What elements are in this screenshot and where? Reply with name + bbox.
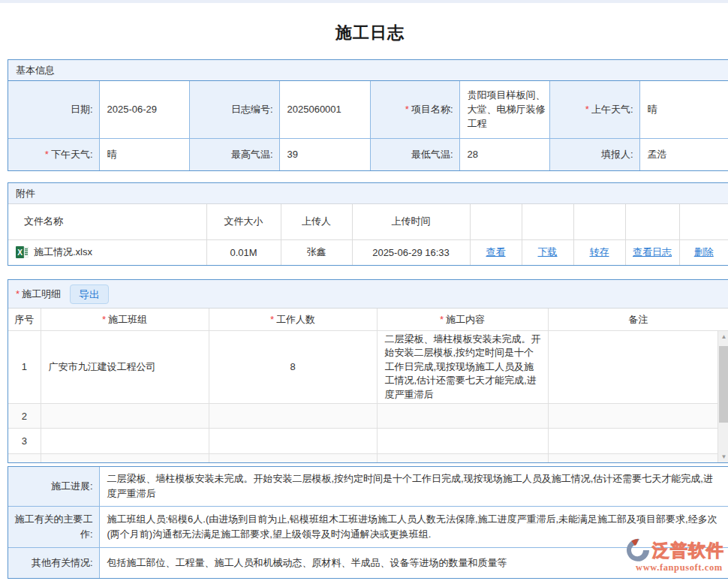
attachments-section-title: 附件 <box>8 183 728 204</box>
construction-detail-section-title: 施工明细 <box>22 284 61 305</box>
action-col-header <box>625 204 679 239</box>
row-content: 二层梁板、墙柱模板安装未完成。开始安装二层模板,按约定时间是十个工作日完成,现按… <box>377 331 548 404</box>
row-team: 广安市九江建设工程公司 <box>41 331 209 404</box>
seq-header: 序号 <box>8 309 41 330</box>
row-seq: 4 <box>8 454 41 462</box>
attachments-section: 附件 文件名称 文件大小 上传人 上传时间 <box>8 182 728 266</box>
basic-info-section-title: 基本信息 <box>8 60 728 81</box>
required-asterisk: * <box>585 104 589 115</box>
min-temp-value[interactable]: 28 <box>459 138 549 170</box>
upload-time: 2025-06-29 16:33 <box>352 239 470 265</box>
detail-table-header: 序号 *施工班组 *工作人数 *施工内容 备注 <box>8 309 728 331</box>
main-work-label: 施工有关的主要工作: <box>8 507 99 548</box>
required-asterisk: * <box>270 314 274 325</box>
summary-table: 施工进展: 二层梁板、墙柱模板安装未完成。开始安装二层模板,按约定时间是十个工作… <box>8 467 728 578</box>
date-value[interactable]: 2025-06-29 <box>99 81 189 138</box>
fanpu-logo-icon <box>625 537 651 563</box>
download-link[interactable]: 下载 <box>538 246 558 257</box>
row-seq: 3 <box>8 429 41 454</box>
scroll-down-arrow[interactable]: ▼ <box>718 451 728 462</box>
log-number-value[interactable]: 2025060001 <box>279 81 370 138</box>
view-log-link[interactable]: 查看日志 <box>633 246 672 257</box>
page-title: 施工日志 <box>12 22 728 44</box>
row-workers: 8 <box>209 331 377 404</box>
content-header: *施工内容 <box>377 309 548 330</box>
max-temp-label: 最高气温: <box>189 138 279 170</box>
afternoon-weather-value[interactable]: 晴 <box>99 138 189 170</box>
detail-table-body: 1 广安市九江建设工程公司 8 二层梁板、墙柱模板安装未完成。开始安装二层模板,… <box>8 331 728 462</box>
remark-header: 备注 <box>548 309 728 330</box>
transfer-link[interactable]: 转存 <box>590 246 609 257</box>
excel-file-icon: X <box>16 246 29 258</box>
vendor-name: 泛普软件 <box>652 540 724 561</box>
row-seq: 2 <box>8 404 41 429</box>
max-temp-value[interactable]: 39 <box>279 138 370 170</box>
morning-weather-label: *上午天气: <box>549 81 639 138</box>
uploader: 张鑫 <box>281 239 352 265</box>
row-remark <box>548 331 718 404</box>
attachment-row: X 施工情况.xlsx 0.01M 张鑫 2025-06-29 16:33 查看… <box>8 239 728 265</box>
detail-row[interactable]: 4 <box>8 454 718 462</box>
required-asterisk: * <box>405 104 409 115</box>
min-temp-label: 最低气温: <box>370 138 459 170</box>
vendor-url: www.fanpusoft.com <box>625 562 728 573</box>
scrollbar-thumb[interactable] <box>719 346 728 423</box>
attachments-table: 文件名称 文件大小 上传人 上传时间 X <box>8 204 728 265</box>
morning-weather-value[interactable]: 晴 <box>639 81 728 138</box>
export-button[interactable]: 导出 <box>70 284 109 304</box>
detail-row[interactable]: 1 广安市九江建设工程公司 8 二层梁板、墙柱模板安装未完成。开始安装二层模板,… <box>8 331 718 404</box>
log-number-label: 日志编号: <box>189 81 279 138</box>
detail-row[interactable]: 3 <box>8 429 718 454</box>
row-seq: 1 <box>8 331 41 404</box>
afternoon-weather-label: *下午天气: <box>8 138 99 170</box>
uploader-header: 上传人 <box>281 204 352 239</box>
detail-row[interactable]: 2 <box>8 404 718 429</box>
team-header: *施工班组 <box>41 309 209 330</box>
project-name-value[interactable]: 贵阳项目样板间、大堂、电梯厅装修工程 <box>459 81 549 138</box>
action-col-header <box>573 204 625 239</box>
action-col-header <box>470 204 522 239</box>
construction-detail-section: * 施工明细 导出 序号 *施工班组 *工作人数 *施工内容 备注 1 广安市九… <box>8 279 728 463</box>
file-name-header: 文件名称 <box>8 204 206 239</box>
basic-info-table: 日期: 2025-06-29 日志编号: 2025060001 *项目名称: 贵… <box>8 81 728 170</box>
vertical-scrollbar[interactable]: ▲ ▼ <box>718 331 728 462</box>
reporter-value[interactable]: 孟浩 <box>639 138 728 170</box>
progress-value: 二层梁板、墙柱模板安装未完成。开始安装二层模板,按约定时间是十个工作日完成,现按… <box>99 467 728 507</box>
progress-label: 施工进展: <box>8 467 99 507</box>
svg-text:X: X <box>17 248 23 257</box>
file-name[interactable]: 施工情况.xlsx <box>34 245 92 259</box>
required-asterisk: * <box>16 284 20 305</box>
summary-section: 施工进展: 二层梁板、墙柱模板安装未完成。开始安装二层模板,按约定时间是十个工作… <box>8 466 728 579</box>
basic-info-section: 基本信息 日期: 2025-06-29 日志编号: 2025060001 *项目… <box>8 59 728 171</box>
file-size-header: 文件大小 <box>206 204 281 239</box>
delete-link[interactable]: 删除 <box>694 246 714 257</box>
upload-time-header: 上传时间 <box>352 204 470 239</box>
project-name-label: *项目名称: <box>370 81 459 138</box>
action-col-header <box>679 204 728 239</box>
view-link[interactable]: 查看 <box>486 246 506 257</box>
required-asterisk: * <box>102 314 106 325</box>
date-label: 日期: <box>8 81 99 138</box>
file-size: 0.01M <box>206 239 281 265</box>
action-col-header <box>522 204 573 239</box>
reporter-label: 填报人: <box>549 138 639 170</box>
required-asterisk: * <box>45 149 49 160</box>
vendor-watermark: 泛普软件 www.fanpusoft.com <box>625 537 728 578</box>
workers-header: *工作人数 <box>209 309 377 330</box>
top-strip <box>0 0 728 3</box>
required-asterisk: * <box>440 314 444 325</box>
scroll-up-arrow[interactable]: ▲ <box>718 331 728 342</box>
other-info-label: 其他有关情况: <box>8 548 99 578</box>
